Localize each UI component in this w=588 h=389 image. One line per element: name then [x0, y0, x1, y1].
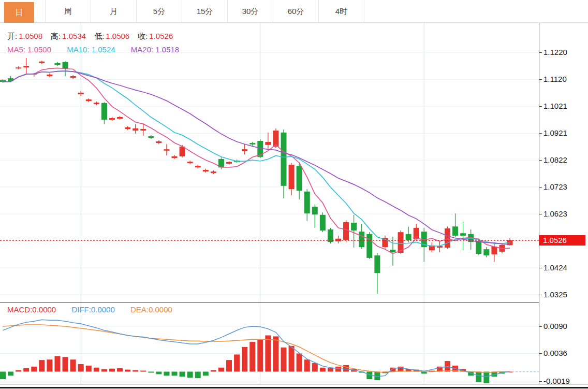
candle-body-up: [94, 103, 99, 104]
price-tick: [539, 295, 542, 295]
macd-tick: [539, 326, 542, 327]
main-price-chart[interactable]: [0, 23, 539, 303]
tab-4hour-label: 4时: [319, 0, 364, 23]
panel-divider: [0, 302, 588, 303]
price-tick: [539, 268, 542, 268]
candle-body-down: [351, 223, 357, 230]
candle-body-down: [320, 215, 326, 230]
price-label: 1.0723: [543, 182, 567, 192]
ma-readout: MA5: 1.0500 MA10: 1.0524 MA20: 1.0518: [7, 45, 193, 54]
macd-hist-bar: [8, 372, 13, 376]
macd-hist-bar: [242, 347, 247, 372]
macd-label: -0.0019: [543, 377, 570, 386]
macd-hist-bar: [16, 370, 21, 372]
candle-body-up: [16, 67, 21, 68]
candle-body-down: [390, 250, 396, 252]
candle-body-down: [297, 166, 302, 191]
candle-body-down: [483, 249, 489, 255]
candle-body-up: [156, 141, 161, 143]
macd-hist-bar: [101, 369, 107, 372]
current-price-tag: 1.0526: [539, 235, 585, 246]
candle-body-up: [187, 162, 193, 163]
candle-body-up: [414, 228, 419, 239]
tab-30min[interactable]: 30分: [228, 0, 273, 23]
price-tick: [539, 187, 542, 188]
close-value: 1.0526: [149, 32, 173, 40]
candle-body-down: [476, 241, 481, 254]
tab-30min-label: 30分: [228, 0, 273, 23]
tab-60min[interactable]: 60分: [273, 0, 319, 23]
macd-hist-bar: [63, 357, 68, 371]
candle-body-down: [63, 62, 68, 69]
tab-5min[interactable]: 5分: [137, 0, 182, 23]
macd-hist-bar: [140, 371, 146, 372]
timeframe-tabbar: 日 周 月 5分 15分 30分 60分 4时: [0, 0, 588, 23]
macd-hist-bar: [125, 370, 130, 372]
tab-15min[interactable]: 15分: [182, 0, 228, 23]
candle-body-up: [23, 66, 29, 67]
macd-hist-bar: [211, 370, 216, 372]
candle-body-up: [172, 156, 178, 158]
candle-body-down: [281, 133, 287, 186]
macd-hist-bar: [172, 372, 178, 376]
price-tick: [539, 52, 542, 53]
low-label: 低:: [94, 32, 104, 40]
candle-body-down: [406, 234, 411, 240]
tab-week[interactable]: 周: [46, 0, 91, 23]
tab-day[interactable]: 日: [0, 0, 46, 23]
candle-body-up: [39, 62, 45, 63]
tab-5min-label: 5分: [137, 0, 182, 23]
candle-body-down: [312, 207, 318, 214]
candle-body-up: [117, 117, 123, 119]
macd-legend: MACD:0.0000: [7, 305, 56, 314]
ma10-line: [3, 71, 510, 246]
tab-day-label: 日: [4, 2, 34, 23]
tab-month-label: 月: [91, 0, 136, 23]
candle-body-up: [242, 149, 247, 151]
candle-body-down: [460, 233, 466, 236]
macd-hist-bar: [226, 360, 232, 371]
macd-hist-bar: [94, 368, 99, 372]
macd-hist-bar: [218, 368, 224, 372]
macd-chart[interactable]: [0, 303, 539, 384]
candle-body-up: [343, 222, 349, 240]
price-tick: [539, 133, 542, 134]
macd-hist-bar: [187, 372, 193, 378]
macd-hist-bar: [180, 372, 185, 377]
macd-hist-bar: [148, 372, 154, 373]
price-tick: [539, 106, 542, 107]
candle-body-up: [47, 75, 52, 76]
macd-hist-bar: [343, 365, 349, 372]
candle-body-up: [140, 129, 146, 131]
macd-label: 0.0036: [543, 349, 567, 358]
macd-hist-bar: [54, 356, 60, 371]
tab-4hour[interactable]: 4时: [319, 0, 364, 23]
macd-hist-bar: [156, 372, 161, 374]
bottom-border-thick-line: [0, 387, 588, 388]
candle-body-down: [452, 226, 458, 236]
candle-body-up: [109, 118, 115, 120]
macd-readout: MACD:0.0000 DIFF:0.0000 DEA:0.0000: [7, 305, 186, 314]
candle-body-down: [374, 255, 380, 273]
tab-week-label: 周: [46, 0, 91, 23]
macd-hist-bar: [257, 339, 263, 371]
candle-body-down: [101, 103, 107, 120]
candle-body-down: [304, 192, 310, 213]
price-label: 1.0921: [543, 128, 567, 138]
macd-hist-bar: [109, 369, 115, 372]
ma20-line: [3, 71, 510, 244]
macd-label: 0.0090: [543, 322, 567, 331]
macd-hist-bar: [234, 354, 240, 371]
candle-body-up: [289, 165, 295, 189]
tab-month[interactable]: 月: [91, 0, 137, 23]
low-value: 1.0506: [106, 32, 129, 40]
candle-body-up: [491, 247, 497, 254]
ma5-legend: MA5: 1.0500: [7, 45, 51, 54]
ma10-legend: MA10: 1.0524: [67, 45, 115, 54]
candle-body-up: [133, 128, 138, 131]
macd-hist-bar: [0, 372, 6, 380]
price-label: 1.0822: [543, 155, 567, 165]
macd-hist-bar: [23, 368, 29, 372]
macd-hist-bar: [164, 372, 169, 376]
candle-body-up: [211, 171, 216, 173]
